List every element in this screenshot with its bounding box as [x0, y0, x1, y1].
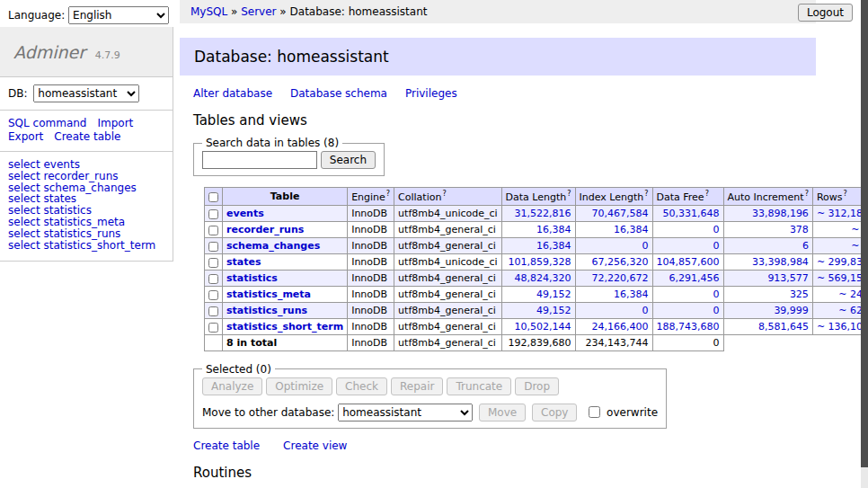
breadcrumb-item-mysql[interactable]: MySQL [190, 5, 227, 18]
row-checkbox[interactable] [208, 209, 218, 219]
column-help-link[interactable]: ? [386, 190, 390, 198]
data-free-link[interactable]: 104,857,600 [657, 256, 720, 268]
row-checkbox[interactable] [208, 274, 218, 284]
table-link-schema-changes[interactable]: schema_changes [226, 240, 320, 252]
link-create-view[interactable]: Create view [283, 439, 347, 452]
page-title: Database: homeassistant [180, 38, 816, 75]
index-length-link[interactable]: 67,256,320 [592, 256, 649, 268]
data-length-link[interactable]: 16,384 [536, 240, 571, 252]
table-link-statistics-meta[interactable]: statistics_meta [226, 288, 311, 300]
column-help-link[interactable]: ? [805, 190, 809, 198]
sidebar-select-events[interactable]: select events [8, 159, 164, 171]
scrollbar-thumb[interactable] [861, 0, 868, 467]
sidebar-select-statistics-meta[interactable]: select statistics_meta [8, 217, 164, 228]
sidebar-select-statistics-runs[interactable]: select statistics_runs [8, 228, 164, 240]
index-length-link[interactable]: 72,220,672 [592, 272, 649, 284]
row-checkbox[interactable] [208, 258, 218, 268]
sidebar-select-statistics-short-term[interactable]: select statistics_short_term [8, 240, 164, 252]
auto-increment-link[interactable]: 39,999 [774, 305, 809, 316]
index-length-link[interactable]: 0 [642, 305, 649, 316]
data-free-link[interactable]: 0 [713, 288, 720, 300]
move-db-select[interactable]: homeassistant [338, 404, 473, 421]
action-alter-database[interactable]: Alter database [193, 87, 272, 100]
drop-button[interactable]: Drop [515, 377, 559, 395]
logout-button[interactable]: Logout [798, 4, 853, 22]
row-checkbox[interactable] [208, 226, 218, 235]
column-help-link[interactable]: ? [644, 190, 648, 198]
sidebar-select-recorder-runs[interactable]: select recorder_runs [8, 171, 164, 182]
data-length-link[interactable]: 48,824,320 [515, 272, 571, 284]
auto-increment-link[interactable]: 913,577 [767, 272, 809, 284]
index-length-link[interactable]: 24,166,400 [592, 321, 649, 333]
index-length-cell: 67,256,320 [575, 253, 652, 270]
row-checkbox[interactable] [208, 306, 218, 316]
select-all-checkbox[interactable] [208, 192, 218, 202]
column-help-link[interactable]: ? [843, 190, 846, 198]
data-free-link[interactable]: 0 [713, 224, 720, 235]
row-checkbox[interactable] [208, 242, 218, 252]
index-length-link[interactable]: 70,467,584 [592, 208, 649, 219]
auto-increment-link[interactable]: 33,898,196 [752, 208, 809, 219]
auto-increment-link[interactable]: 33,398,984 [752, 256, 809, 268]
sidebar-link-import[interactable]: Import [97, 117, 133, 129]
auto-increment-link[interactable]: 325 [790, 288, 809, 300]
index-length-link[interactable]: 0 [642, 240, 649, 252]
data-free-link[interactable]: 0 [713, 305, 720, 316]
table-link-recorder-runs[interactable]: recorder_runs [226, 224, 304, 235]
db-select[interactable]: homeassistant [33, 84, 139, 102]
analyze-button[interactable]: Analyze [202, 377, 262, 395]
overwrite-checkbox[interactable] [589, 406, 600, 418]
total-index-length-cell: 234,143,744 [575, 334, 652, 350]
column-help-link[interactable]: ? [705, 190, 709, 198]
sidebar-link-sql-command[interactable]: SQL command [8, 117, 86, 129]
column-help-link[interactable]: ? [567, 190, 571, 198]
search-input[interactable] [202, 151, 317, 169]
search-button[interactable]: Search [321, 151, 376, 169]
table-link-statistics-short-term[interactable]: statistics_short_term [226, 321, 343, 333]
table-link-events[interactable]: events [226, 208, 264, 219]
row-checkbox[interactable] [208, 290, 218, 300]
column-header-label: Collation [398, 191, 441, 203]
data-length-link[interactable]: 49,152 [536, 288, 571, 300]
column-header-label: Engine [351, 191, 385, 203]
data-length-link[interactable]: 10,502,144 [515, 321, 571, 333]
truncate-button[interactable]: Truncate [447, 377, 511, 395]
data-free-link[interactable]: 6,291,456 [669, 272, 720, 284]
action-database-schema[interactable]: Database schema [290, 87, 387, 100]
optimize-button[interactable]: Optimize [266, 377, 332, 395]
data-length-link[interactable]: 101,859,328 [509, 256, 571, 268]
auto-increment-link[interactable]: 378 [790, 224, 809, 235]
breadcrumb-item-server[interactable]: Server [241, 5, 276, 18]
table-link-states[interactable]: states [226, 256, 261, 268]
table-name-cell: statistics [223, 270, 348, 286]
sidebar-link-export[interactable]: Export [8, 130, 43, 143]
data-free-link[interactable]: 188,743,680 [657, 321, 720, 333]
data-length-link[interactable]: 49,152 [536, 305, 571, 316]
index-length-link[interactable]: 16,384 [614, 288, 649, 300]
index-length-link[interactable]: 16,384 [614, 224, 649, 235]
sidebar-link-create-table[interactable]: Create table [54, 130, 120, 143]
link-create-table[interactable]: Create table [193, 439, 260, 452]
data-free-link[interactable]: 0 [713, 240, 720, 252]
row-checkbox[interactable] [208, 323, 218, 333]
table-link-statistics[interactable]: statistics [226, 272, 278, 284]
move-button[interactable]: Move [479, 404, 526, 421]
auto-increment-cell: 325 [723, 286, 812, 302]
collation-cell: utf8mb4_general_ci [394, 318, 501, 334]
table-link-statistics-runs[interactable]: statistics_runs [226, 305, 307, 316]
engine-cell: InnoDB [348, 221, 394, 237]
action-privileges[interactable]: Privileges [405, 87, 457, 100]
data-free-link[interactable]: 50,331,648 [663, 208, 720, 219]
data-length-link[interactable]: 31,522,816 [515, 208, 571, 219]
repair-button[interactable]: Repair [391, 377, 443, 395]
vertical-scrollbar[interactable] [861, 0, 868, 488]
data-length-link[interactable]: 16,384 [536, 224, 571, 235]
total-engine-cell: InnoDB [348, 334, 394, 350]
auto-increment-link[interactable]: 6 [802, 240, 809, 252]
copy-button[interactable]: Copy [532, 404, 577, 421]
check-button[interactable]: Check [336, 377, 387, 395]
auto-increment-link[interactable]: 8,581,645 [758, 321, 809, 333]
language-select[interactable]: English [68, 6, 169, 24]
data-free-cell: 0 [652, 302, 723, 318]
column-help-link[interactable]: ? [442, 190, 446, 198]
